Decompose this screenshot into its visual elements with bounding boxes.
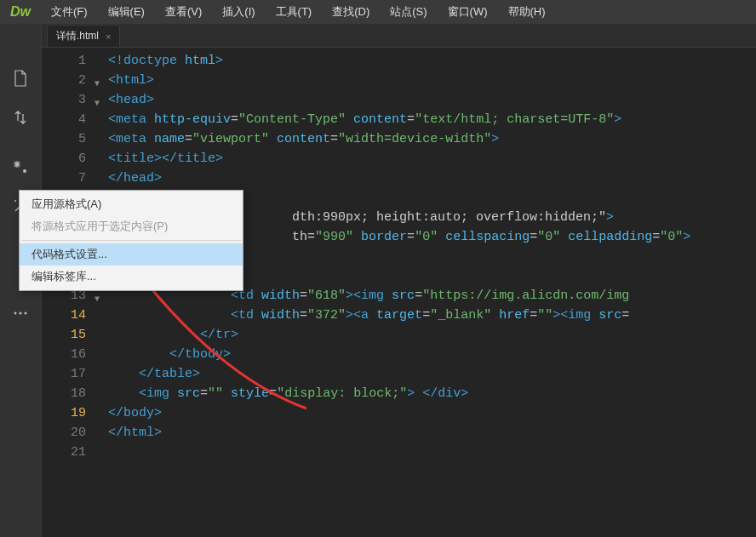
menu-tools[interactable]: 工具(T) xyxy=(266,0,323,24)
gutter: 123456789101112131415161718192021 xyxy=(42,51,93,537)
line-number: 4 xyxy=(42,110,86,129)
context-menu[interactable]: 应用源格式(A)将源格式应用于选定内容(P)代码格式设置...编辑标签库... xyxy=(19,190,243,291)
fold-spacer xyxy=(93,51,108,71)
code-line: </tbody> xyxy=(108,345,756,364)
fold-spacer xyxy=(93,169,108,188)
close-icon[interactable]: × xyxy=(106,31,111,42)
fold-spacer xyxy=(93,403,108,423)
svg-point-3 xyxy=(14,312,17,315)
svg-point-5 xyxy=(25,312,27,315)
fold-spacer xyxy=(93,364,108,384)
line-number: 14 xyxy=(42,306,86,325)
context-menu-item[interactable]: 编辑标签库... xyxy=(20,266,243,288)
menu-view[interactable]: 查看(V) xyxy=(155,0,212,24)
context-menu-item: 将源格式应用于选定内容(P) xyxy=(20,215,243,237)
code-line: </head> xyxy=(108,169,756,188)
menubar: Dw 文件(F) 编辑(E) 查看(V) 插入(I) 工具(T) 查找(D) 站… xyxy=(0,0,756,24)
menu-help[interactable]: 帮助(H) xyxy=(498,0,556,24)
asterisk-dot-icon[interactable] xyxy=(9,155,32,179)
menu-file[interactable]: 文件(F) xyxy=(41,0,98,24)
code-line: <img src="" style="display: block;"> </d… xyxy=(108,384,756,403)
line-number: 17 xyxy=(42,364,86,384)
code-line: </table> xyxy=(108,364,756,384)
code-line: <html> xyxy=(108,71,756,90)
line-number: 18 xyxy=(42,384,86,403)
menu-insert[interactable]: 插入(I) xyxy=(212,0,265,24)
line-number: 2 xyxy=(42,71,86,90)
line-number: 6 xyxy=(42,149,86,169)
line-number: 19 xyxy=(42,403,86,423)
menu-site[interactable]: 站点(S) xyxy=(380,0,437,24)
context-menu-item[interactable]: 应用源格式(A) xyxy=(20,193,243,215)
fold-spacer xyxy=(93,345,108,364)
dots-icon[interactable] xyxy=(9,301,32,325)
line-number: 7 xyxy=(42,169,86,188)
svg-point-0 xyxy=(23,169,26,173)
line-number: 1 xyxy=(42,51,86,71)
tab-title: 详情.html xyxy=(56,29,99,43)
fold-column: ▼▼▼ xyxy=(93,51,108,537)
line-number: 3 xyxy=(42,90,86,110)
code-editor[interactable]: 123456789101112131415161718192021 ▼▼▼ <!… xyxy=(42,48,756,537)
code-line: <!doctype html> xyxy=(108,51,756,71)
fold-spacer xyxy=(93,110,108,129)
line-number: 15 xyxy=(42,325,86,345)
updown-arrows-icon[interactable] xyxy=(9,106,32,129)
svg-point-1 xyxy=(14,200,16,202)
fold-spacer xyxy=(93,443,108,462)
code-line: <title></title> xyxy=(108,149,756,169)
line-number: 5 xyxy=(42,129,86,149)
fold-spacer xyxy=(93,306,108,325)
menu-edit[interactable]: 编辑(E) xyxy=(98,0,155,24)
menu-find[interactable]: 查找(D) xyxy=(322,0,380,24)
fold-spacer xyxy=(93,149,108,169)
tab-file[interactable]: 详情.html × xyxy=(47,25,120,47)
code-line: <td width="372"><a target="_blank" href=… xyxy=(108,306,756,325)
code-area[interactable]: <!doctype html><html><head><meta http-eq… xyxy=(108,51,756,537)
context-menu-separator xyxy=(21,240,241,241)
code-line: <meta http-equiv="Content-Type" content=… xyxy=(108,110,756,129)
code-line: </body> xyxy=(108,403,756,423)
fold-spacer xyxy=(93,325,108,345)
fold-spacer xyxy=(93,129,108,149)
fold-spacer xyxy=(93,384,108,403)
fold-toggle-icon[interactable]: ▼ xyxy=(93,90,108,110)
code-line: <head> xyxy=(108,90,756,110)
menu-window[interactable]: 窗口(W) xyxy=(438,0,498,24)
line-number: 16 xyxy=(42,345,86,364)
line-number: 21 xyxy=(42,443,86,462)
svg-point-4 xyxy=(20,312,22,315)
tabbar: 详情.html × xyxy=(42,24,756,48)
context-menu-item[interactable]: 代码格式设置... xyxy=(20,243,243,266)
code-line: </html> xyxy=(108,423,756,443)
app-logo: Dw xyxy=(0,0,41,24)
fold-toggle-icon[interactable]: ▼ xyxy=(93,71,108,90)
fold-spacer xyxy=(93,423,108,443)
file-icon[interactable] xyxy=(9,66,32,90)
code-line: </tr> xyxy=(108,325,756,345)
code-line: <meta name="viewport" content="width=dev… xyxy=(108,129,756,149)
line-number: 20 xyxy=(42,423,86,443)
